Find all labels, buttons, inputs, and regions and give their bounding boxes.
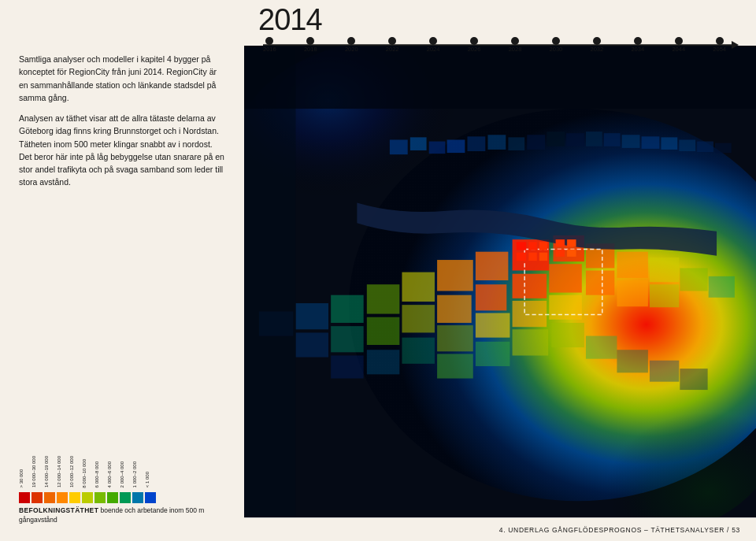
timeline-dot-2044: 2044 xyxy=(672,37,685,53)
svg-rect-18 xyxy=(476,313,510,338)
svg-rect-33 xyxy=(331,326,364,352)
label-2022: 2022 xyxy=(386,46,399,53)
footer-text: 4. UNDERLAG GÅNGFLÖDESPROGNOS – TÄTHETSA… xyxy=(499,526,740,534)
svg-rect-6 xyxy=(513,274,547,298)
svg-rect-45 xyxy=(244,43,756,109)
bottom-bar: 4. UNDERLAG GÅNGFLÖDESPROGNOS – TÄTHETSA… xyxy=(244,517,756,541)
svg-rect-55 xyxy=(556,250,565,257)
dot-2028 xyxy=(511,37,519,45)
svg-rect-43 xyxy=(680,369,707,390)
svg-rect-19 xyxy=(402,272,435,302)
svg-rect-25 xyxy=(437,325,473,351)
svg-rect-28 xyxy=(680,268,707,291)
label-2018: 2018 xyxy=(304,46,317,53)
timeline-track: 2016 2018 2020 xyxy=(258,37,739,53)
page-container: 4.1 TÄTAST RUNT BRUNNSTORGET OCH NORDSTA… xyxy=(0,0,756,541)
legend-color-8 xyxy=(120,492,131,503)
svg-rect-32 xyxy=(331,295,364,323)
dot-2030 xyxy=(552,37,560,45)
timeline-dot-2018: 2018 xyxy=(304,37,317,53)
legend-color-6 xyxy=(94,492,106,503)
legend-color-boxes xyxy=(19,492,225,503)
svg-rect-24 xyxy=(551,323,584,347)
svg-rect-12 xyxy=(437,260,473,291)
dot-2034 xyxy=(634,37,642,45)
dot-2032 xyxy=(593,37,601,45)
year-big-label: 2014 xyxy=(258,5,739,35)
timeline-dot-2054: 2054 xyxy=(713,37,726,53)
svg-rect-68 xyxy=(604,133,621,146)
timeline-dot-2030: 2030 xyxy=(550,37,563,53)
map-svg xyxy=(244,43,756,517)
svg-rect-65 xyxy=(547,132,565,146)
svg-rect-69 xyxy=(622,135,640,148)
svg-rect-59 xyxy=(429,142,446,154)
legend-label-0: > 30 000 xyxy=(19,469,30,488)
svg-rect-16 xyxy=(513,301,547,327)
svg-rect-50 xyxy=(517,253,526,261)
svg-rect-63 xyxy=(508,137,524,150)
timeline-dot-2032: 2032 xyxy=(591,37,604,53)
svg-rect-29 xyxy=(437,354,473,378)
label-2030: 2030 xyxy=(550,46,563,53)
svg-rect-31 xyxy=(586,336,617,359)
label-2044: 2044 xyxy=(672,46,685,53)
legend-color-5 xyxy=(82,492,93,503)
legend-color-0 xyxy=(19,492,30,503)
svg-rect-23 xyxy=(513,329,549,355)
svg-rect-51 xyxy=(528,253,536,261)
dot-2054 xyxy=(716,37,724,45)
timeline-dot-2034: 2034 xyxy=(631,37,644,53)
dot-2018 xyxy=(306,37,314,45)
legend-label-8: 2 000–4 000 xyxy=(120,461,131,487)
svg-rect-36 xyxy=(617,350,647,372)
left-column: 4.1 TÄTAST RUNT BRUNNSTORGET OCH NORDSTA… xyxy=(0,0,244,541)
svg-rect-57 xyxy=(390,139,408,154)
dot-2026 xyxy=(470,37,478,45)
svg-rect-7 xyxy=(549,264,582,292)
svg-rect-11 xyxy=(586,271,614,295)
svg-rect-74 xyxy=(715,143,732,153)
timeline-dot-2024: 2024 xyxy=(427,37,440,53)
svg-rect-53 xyxy=(556,239,565,246)
legend-label-4: 10 000–12 000 xyxy=(69,456,80,487)
svg-rect-44 xyxy=(244,43,296,517)
svg-rect-71 xyxy=(661,137,677,150)
svg-rect-34 xyxy=(709,276,735,298)
legend-color-7 xyxy=(107,492,118,503)
timeline-dot-2020: 2020 xyxy=(345,37,358,53)
legend-label-9: 1 000–2 000 xyxy=(132,461,143,487)
timeline-dot-2026: 2026 xyxy=(468,37,481,53)
legend-label-1: 19 000–30 000 xyxy=(32,456,43,487)
label-2034: 2034 xyxy=(631,46,644,53)
dot-2024 xyxy=(429,37,437,45)
label-2020: 2020 xyxy=(345,46,358,53)
legend-label-6: 6 000–8 000 xyxy=(94,461,106,487)
legend-label-2: 14 000–19 000 xyxy=(44,456,55,487)
label-2026: 2026 xyxy=(468,46,481,53)
body-paragraph-1: Samtliga analyser och modeller i kapitel… xyxy=(19,53,225,104)
timeline-inner: 2014 2016 xyxy=(244,0,756,53)
legend-label-7: 4 000–6 000 xyxy=(107,461,118,487)
svg-rect-62 xyxy=(487,135,506,150)
legend-color-10 xyxy=(145,492,156,503)
legend-color-1 xyxy=(32,492,43,503)
legend-label-5: 8 000–10 000 xyxy=(82,459,93,488)
dot-2022 xyxy=(388,37,396,45)
map-container xyxy=(244,43,756,517)
svg-rect-26 xyxy=(367,284,400,313)
timeline-container: 2014 2016 xyxy=(0,0,756,46)
legend-color-4 xyxy=(69,492,80,503)
svg-rect-27 xyxy=(367,317,400,345)
svg-rect-58 xyxy=(410,137,427,150)
right-column: 2014 2016 xyxy=(244,0,756,541)
svg-rect-8 xyxy=(476,252,509,280)
label-2054: 2054 xyxy=(713,46,726,53)
svg-rect-22 xyxy=(650,284,679,307)
svg-rect-13 xyxy=(437,295,472,323)
svg-rect-67 xyxy=(586,132,602,146)
svg-rect-39 xyxy=(367,350,400,374)
svg-rect-48 xyxy=(528,242,536,250)
svg-rect-64 xyxy=(527,135,545,150)
svg-rect-66 xyxy=(566,133,584,146)
